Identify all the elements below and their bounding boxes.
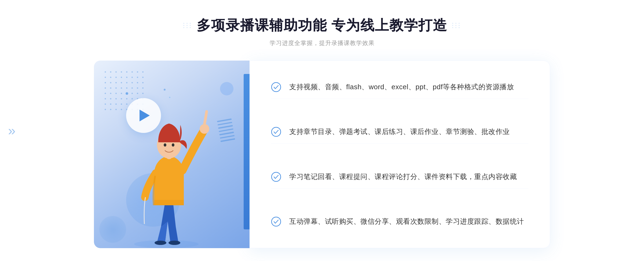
page-title: 多项录播课辅助功能 专为线上教学打造 xyxy=(197,16,447,35)
svg-point-7 xyxy=(172,143,174,147)
illustration-panel xyxy=(94,61,250,248)
dot-grid-left xyxy=(183,23,192,28)
feature-item-4: 互动弹幕、试听购买、微信分享、观看次数限制、学习进度跟踪、数据统计 xyxy=(271,210,528,233)
small-circle-deco xyxy=(220,82,233,95)
human-figure-illustration xyxy=(115,98,217,248)
svg-point-6 xyxy=(164,143,166,147)
page-container: » 多项录播课辅助功能 专为线上教学打造 学习进度全 xyxy=(0,0,644,261)
svg-point-8 xyxy=(272,83,281,92)
side-chevron-decoration: » xyxy=(8,123,16,138)
feature-text-4: 互动弹幕、试听购买、微信分享、观看次数限制、学习进度跟踪、数据统计 xyxy=(289,216,524,227)
title-row: 多项录播课辅助功能 专为线上教学打造 xyxy=(183,16,461,35)
sparkle-1 xyxy=(126,92,128,95)
feature-item-2: 支持章节目录、弹题考试、课后练习、课后作业、章节测验、批改作业 xyxy=(271,120,528,144)
check-icon-3 xyxy=(271,172,282,182)
feature-item-3: 学习笔记回看、课程提问、课程评论打分、课件资料下载，重点内容收藏 xyxy=(271,165,528,189)
svg-point-2 xyxy=(169,241,180,245)
svg-point-9 xyxy=(272,127,281,136)
svg-point-0 xyxy=(134,240,199,248)
features-panel: 支持视频、音频、flash、word、excel、ppt、pdf等各种格式的资源… xyxy=(250,61,550,248)
svg-point-3 xyxy=(200,124,209,134)
feature-text-3: 学习笔记回看、课程提问、课程评论打分、课件资料下载，重点内容收藏 xyxy=(289,171,517,182)
check-icon-2 xyxy=(271,127,282,137)
title-right-decoration xyxy=(452,23,461,28)
dot-grid-right xyxy=(452,23,461,28)
stripes-decoration xyxy=(217,118,235,142)
sparkle-2 xyxy=(164,89,166,91)
check-icon-4 xyxy=(271,217,282,227)
svg-point-11 xyxy=(272,217,281,226)
feature-text-2: 支持章节目录、弹题考试、课后练习、课后作业、章节测验、批改作业 xyxy=(289,126,510,137)
page-subtitle: 学习进度全掌握，提升录播课教学效果 xyxy=(270,39,375,47)
blue-accent-bar xyxy=(244,74,250,229)
feature-text-1: 支持视频、音频、flash、word、excel、ppt、pdf等各种格式的资源… xyxy=(289,81,514,93)
title-left-decoration xyxy=(183,23,192,28)
svg-point-10 xyxy=(272,172,281,181)
content-area: 支持视频、音频、flash、word、excel、ppt、pdf等各种格式的资源… xyxy=(94,61,550,248)
feature-item-1: 支持视频、音频、flash、word、excel、ppt、pdf等各种格式的资源… xyxy=(271,76,528,99)
check-icon-1 xyxy=(271,82,282,93)
svg-point-1 xyxy=(155,241,166,245)
header-section: 多项录播课辅助功能 专为线上教学打造 学习进度全掌握，提升录播课教学效果 xyxy=(0,16,644,47)
